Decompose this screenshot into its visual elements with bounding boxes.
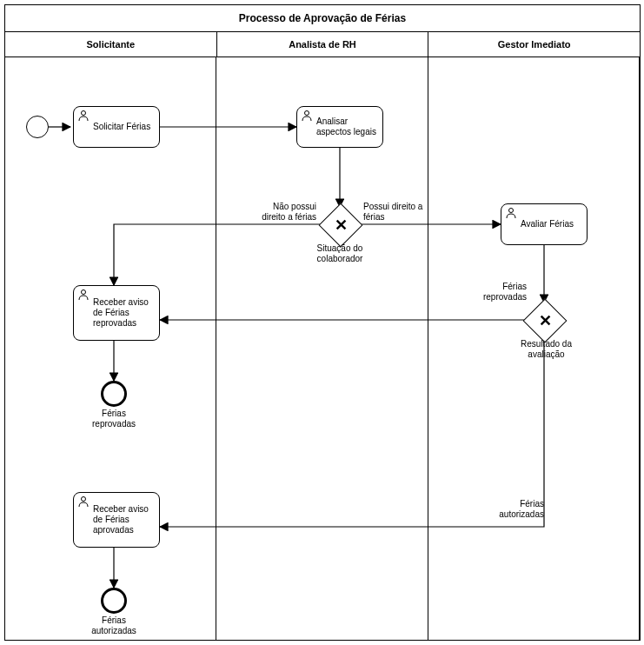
lane-header-gestor: Gestor Imediato: [428, 32, 640, 57]
task-label: Solicitar Férias: [93, 122, 150, 132]
user-icon: [505, 207, 517, 219]
task-label: Analisar aspectos legais: [316, 116, 377, 137]
task-receber-aprovadas: Receber aviso de Férias aprovadas: [73, 492, 160, 548]
user-icon: [301, 110, 313, 122]
x-icon: ✕: [326, 210, 355, 240]
start-event: [26, 116, 49, 138]
lane-header-analista: Analista de RH: [217, 32, 429, 57]
task-receber-reprovadas: Receber aviso de Férias reprovadas: [73, 285, 160, 341]
svg-point-12: [82, 497, 86, 502]
task-avaliar-ferias: Avaliar Férias: [501, 203, 588, 245]
edge-label-reprovadas: Férias reprovadas: [475, 282, 527, 303]
edge-label-autorizadas: Férias autorizadas: [488, 499, 544, 520]
svg-point-10: [509, 209, 514, 213]
pool-title: Processo de Aprovação de Férias: [5, 5, 640, 32]
gateway-label-situacao: Situação do colaborador: [309, 243, 370, 264]
lane-header-solicitante: Solicitante: [5, 32, 217, 57]
gateway-label-resultado: Resultado da avaliação: [514, 339, 579, 360]
svg-point-11: [82, 290, 86, 295]
pool-container: Processo de Aprovação de Férias Solicita…: [4, 4, 641, 641]
task-label: Avaliar Férias: [521, 219, 574, 229]
task-solicitar-ferias: Solicitar Férias: [73, 106, 160, 148]
end-label-autorizadas: Férias autorizadas: [88, 615, 140, 636]
svg-point-9: [305, 111, 309, 116]
diagram-body: Solicitar Férias Analisar aspectos legai…: [5, 57, 640, 640]
user-icon: [77, 110, 90, 122]
task-analisar-aspectos: Analisar aspectos legais: [296, 106, 383, 148]
task-label: Receber aviso de Férias reprovadas: [93, 297, 154, 329]
user-icon: [77, 495, 90, 508]
edge-label-possui: Possui direito a férias: [363, 202, 428, 223]
svg-point-8: [82, 111, 86, 116]
task-label: Receber aviso de Férias aprovadas: [93, 504, 154, 535]
x-icon: ✕: [530, 306, 560, 336]
end-label-reprovadas: Férias reprovadas: [88, 409, 140, 429]
lanes-header: Solicitante Analista de RH Gestor Imedia…: [5, 32, 640, 57]
edge-label-nao-possui: Não possui direito a férias: [247, 202, 316, 223]
end-event-autorizadas: [101, 588, 127, 614]
user-icon: [77, 289, 90, 301]
end-event-reprovadas: [101, 381, 127, 407]
